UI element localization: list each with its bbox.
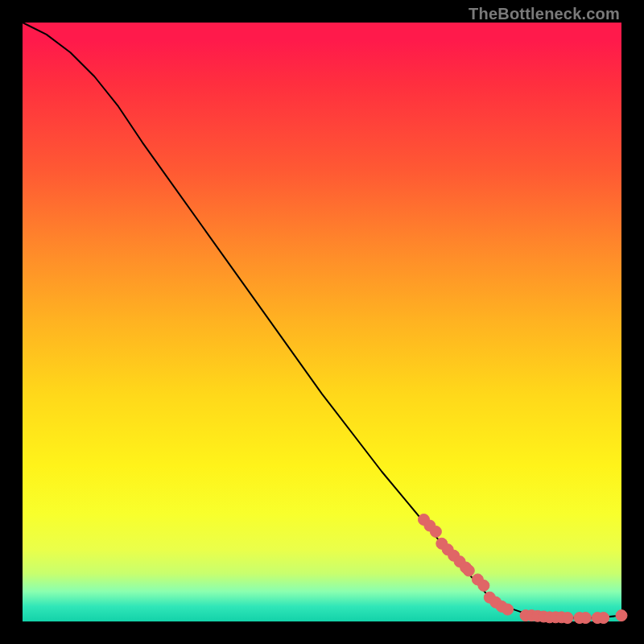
- highlight-dot: [430, 526, 441, 537]
- series-curve: [23, 23, 621, 618]
- highlight-dots: [419, 514, 628, 624]
- highlight-dot: [580, 613, 591, 624]
- highlight-dot: [478, 580, 489, 591]
- highlight-dot: [562, 613, 573, 624]
- watermark-text: TheBottleneck.com: [469, 5, 620, 23]
- plot-area: [23, 23, 621, 621]
- highlight-dot: [502, 604, 514, 615]
- chart-stage: TheBottleneck.com: [0, 0, 644, 644]
- chart-svg: [23, 23, 621, 621]
- highlight-dot: [598, 613, 609, 624]
- highlight-dot: [463, 565, 474, 576]
- highlight-dot: [616, 610, 627, 621]
